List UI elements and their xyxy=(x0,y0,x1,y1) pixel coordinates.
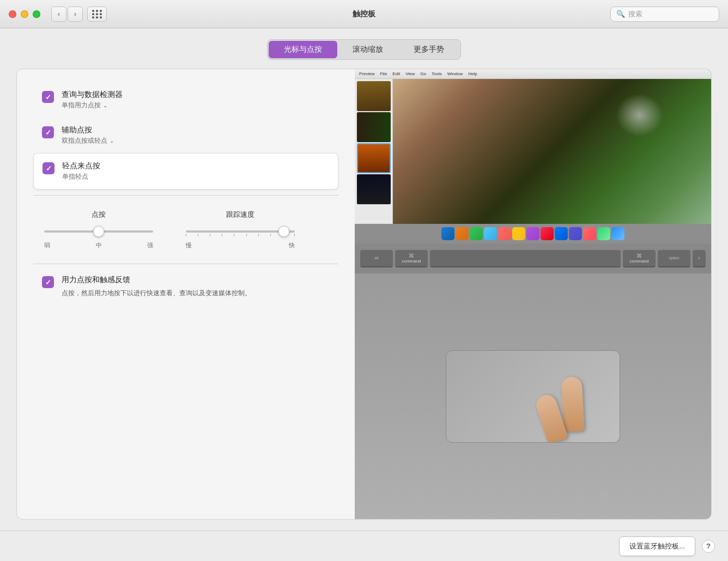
right-alt-key: option xyxy=(658,250,690,267)
tracking-slider-label: 跟踪速度 xyxy=(226,210,254,219)
dock-bar xyxy=(355,224,711,243)
right-command-key: ⌘ command xyxy=(623,250,656,267)
sliders-section: 点按 弱 中 强 跟踪速度 xyxy=(33,201,338,258)
lookup-dropdown-icon[interactable]: ⌄ xyxy=(103,102,107,108)
dock-icon-12 xyxy=(597,227,610,240)
tab-scroll-zoom[interactable]: 滚动缩放 xyxy=(337,41,398,58)
forward-button[interactable]: › xyxy=(68,7,83,22)
lookup-checkbox-icon xyxy=(42,91,54,103)
secondary-subtitle: 双指点按或轻点 ⌄ xyxy=(62,136,114,145)
force-click-section[interactable]: 用力点按和触感反馈 点按，然后用力地按下以进行快速查看、查询以及变速媒体控制。 xyxy=(33,270,338,303)
main-photo-area xyxy=(393,79,711,224)
dock-icon-5 xyxy=(498,227,511,240)
dock-icons xyxy=(441,227,624,240)
dock-icon-9 xyxy=(555,227,568,240)
close-button[interactable] xyxy=(9,10,16,18)
click-max-label: 强 xyxy=(147,241,153,249)
secondary-dropdown-icon[interactable]: ⌄ xyxy=(110,138,114,144)
search-icon: 🔍 xyxy=(616,10,625,18)
grid-view-button[interactable] xyxy=(87,7,107,22)
dock-icon-3 xyxy=(470,227,483,240)
secondary-checkbox[interactable] xyxy=(42,126,54,138)
lookup-checkbox[interactable] xyxy=(42,91,54,103)
tab-bar: 光标与点按 滚动缩放 更多手势 xyxy=(267,39,461,60)
window-title: 触控板 xyxy=(353,9,375,19)
trackpad-area xyxy=(355,273,711,519)
force-click-checkbox[interactable] xyxy=(42,276,54,288)
tap-setting-text: 轻点来点按 单指轻点 xyxy=(62,161,100,181)
tab-pointer-click[interactable]: 光标与点按 xyxy=(269,41,337,58)
click-slider-track[interactable] xyxy=(44,226,153,237)
dock-icon-10 xyxy=(569,227,582,240)
arrow-key: › xyxy=(693,250,706,267)
force-click-checkbox-icon xyxy=(42,276,54,288)
tracking-slider-group: 跟踪速度 xyxy=(186,210,295,249)
dock-icon-8 xyxy=(541,227,554,240)
force-click-description: 点按，然后用力地按下以进行快速查看、查询以及变速媒体控制。 xyxy=(62,288,251,298)
tracking-slider-thumb[interactable] xyxy=(278,226,289,237)
tap-to-click-item[interactable]: 轻点来点按 单指轻点 xyxy=(33,153,338,190)
force-click-title: 用力点按和触感反馈 xyxy=(62,275,251,285)
photo-thumb-4 xyxy=(357,174,391,204)
macbook-preview: Preview File Edit View Go Tools Window H… xyxy=(355,69,711,519)
dock-icon-11 xyxy=(583,227,596,240)
tab-more-gestures[interactable]: 更多手势 xyxy=(398,41,459,58)
lookup-setting-item[interactable]: 查询与数据检测器 单指用力点按 ⌄ xyxy=(33,82,338,118)
secondary-click-item[interactable]: 辅助点按 双指点按或轻点 ⌄ xyxy=(33,118,338,153)
tap-title: 轻点来点按 xyxy=(62,161,100,171)
app-menubar: Preview File Edit View Go Tools Window H… xyxy=(355,69,711,79)
dock-icon-1 xyxy=(441,227,454,240)
photo-thumb-2 xyxy=(357,112,391,142)
bottom-bar: 设置蓝牙触控板... ? xyxy=(0,530,728,561)
tracking-slider-labels: 慢 快 xyxy=(186,241,295,249)
lookup-title: 查询与数据检测器 xyxy=(62,90,123,100)
tap-subtitle: 单指轻点 xyxy=(62,172,100,181)
bluetooth-trackpad-button[interactable]: 设置蓝牙触控板... xyxy=(619,536,695,556)
traffic-lights xyxy=(9,10,40,18)
preview-panel: Preview File Edit View Go Tools Window H… xyxy=(355,69,711,519)
help-button[interactable]: ? xyxy=(702,540,715,553)
left-alt-key: alt xyxy=(360,250,393,267)
dock-icon-6 xyxy=(512,227,525,240)
divider-1 xyxy=(33,195,338,196)
main-photo-bg xyxy=(393,79,711,224)
spacebar-key xyxy=(430,250,621,267)
secondary-checkbox-icon xyxy=(42,126,54,138)
tracking-min-label: 慢 xyxy=(186,241,192,249)
tracking-slider-track[interactable] xyxy=(186,226,295,237)
click-slider-label: 点按 xyxy=(92,210,106,219)
settings-panel: 查询与数据检测器 单指用力点按 ⌄ 辅助点按 双指点按或轻点 ⌄ xyxy=(17,69,355,519)
lookup-setting-text: 查询与数据检测器 单指用力点按 ⌄ xyxy=(62,90,123,110)
maximize-button[interactable] xyxy=(33,10,40,18)
click-slider-labels: 弱 中 强 xyxy=(44,241,153,249)
photo-sidebar xyxy=(355,79,393,224)
trackpad-surface xyxy=(446,350,620,443)
search-placeholder: 搜索 xyxy=(628,9,713,19)
keyboard-area: alt ⌘ command ⌘ command option › xyxy=(355,243,711,273)
secondary-setting-text: 辅助点按 双指点按或轻点 ⌄ xyxy=(62,125,114,145)
divider-2 xyxy=(33,264,338,264)
search-bar[interactable]: 🔍 搜索 xyxy=(610,7,719,22)
tap-checkbox[interactable] xyxy=(43,162,54,174)
main-content: 光标与点按 滚动缩放 更多手势 查询与数据检测器 单指用力点按 ⌄ xyxy=(0,28,728,530)
lookup-subtitle: 单指用力点按 ⌄ xyxy=(62,101,123,110)
click-min-label: 弱 xyxy=(44,241,50,249)
content-panel: 查询与数据检测器 单指用力点按 ⌄ 辅助点按 双指点按或轻点 ⌄ xyxy=(16,69,712,520)
click-mid-label: 中 xyxy=(96,241,102,249)
dock-icon-2 xyxy=(456,227,469,240)
tap-checkbox-icon xyxy=(43,162,54,174)
click-slider-group: 点按 弱 中 强 xyxy=(44,210,153,249)
app-body xyxy=(355,79,711,224)
click-slider-thumb[interactable] xyxy=(93,226,104,237)
dock-icon-4 xyxy=(484,227,497,240)
back-button[interactable]: ‹ xyxy=(51,7,66,22)
secondary-title: 辅助点按 xyxy=(62,125,114,135)
dock-icon-13 xyxy=(611,227,624,240)
app-window: Preview File Edit View Go Tools Window H… xyxy=(355,69,711,243)
left-command-key: ⌘ command xyxy=(395,250,428,267)
photo-thumb-1 xyxy=(357,81,391,111)
minimize-button[interactable] xyxy=(21,10,28,18)
tracking-max-label: 快 xyxy=(289,241,295,249)
mac-screen: Preview File Edit View Go Tools Window H… xyxy=(355,69,711,243)
force-click-text: 用力点按和触感反馈 点按，然后用力地按下以进行快速查看、查询以及变速媒体控制。 xyxy=(62,275,251,298)
